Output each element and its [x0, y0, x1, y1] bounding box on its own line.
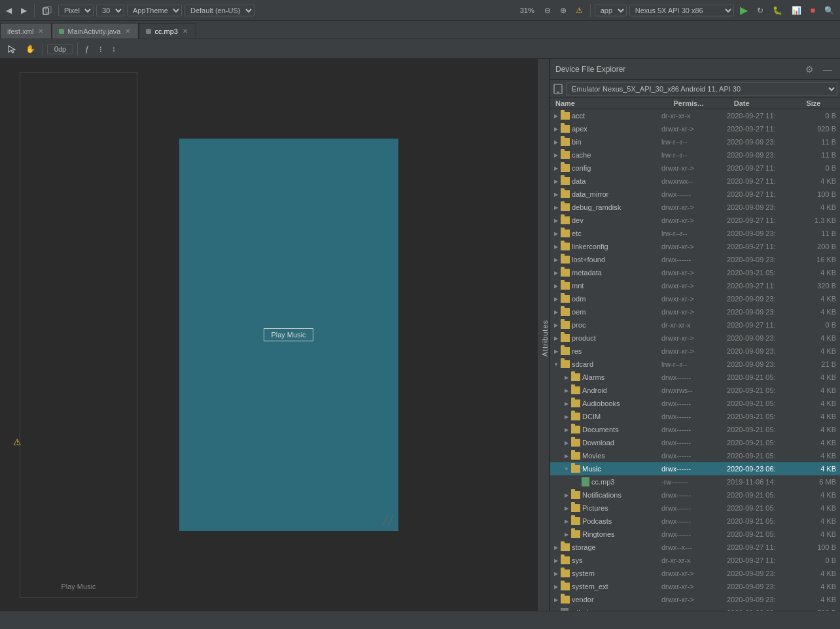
dp-input[interactable]: [47, 44, 73, 54]
layout-toggle-button[interactable]: ↕: [109, 43, 119, 55]
tree-row[interactable]: ▶ acct dr-xr-xr-x 2020-09-27 11: 0 B: [550, 109, 840, 122]
locale-select[interactable]: Default (en-US): [184, 5, 254, 16]
tree-row[interactable]: ▶ Movies drwx------ 2020-09-21 05: 4 KB: [550, 449, 840, 462]
item-date: 2020-09-09 23:: [724, 203, 803, 211]
item-size: 4 KB: [803, 583, 839, 590]
device-select[interactable]: Nexus 5X API 30 x86: [629, 5, 734, 16]
dfe-device-bar: Emulator Nexus_5X_API_30_x86 Android 11,…: [550, 80, 840, 98]
tree-row[interactable]: ▶ debug_ramdisk drwxr-xr-> 2020-09-09 23…: [550, 201, 840, 214]
api-level-select[interactable]: 30: [96, 5, 124, 16]
tab-ccmp3-close[interactable]: ✕: [181, 27, 189, 35]
tree-row[interactable]: ▶ Alarms drwx------ 2020-09-21 05: 4 KB: [550, 371, 840, 384]
resize-handle[interactable]: ╱╱: [383, 515, 396, 528]
tab-manifest[interactable]: ifest.xml ✕: [0, 23, 52, 39]
search-button[interactable]: 🔍: [821, 5, 837, 16]
tree-row[interactable]: ▶ Notifications drwx------ 2020-09-21 05…: [550, 488, 840, 502]
tree-row[interactable]: ▶ metadata drwxr-xr-> 2020-09-21 05: 4 K…: [550, 266, 840, 279]
tree-row[interactable]: ▶ data_mirror drwx------ 2020-09-27 11: …: [550, 188, 840, 201]
tree-arrow: ▶: [562, 503, 571, 513]
tab-manifest-close[interactable]: ✕: [37, 27, 44, 35]
tree-row[interactable]: ▼ Music drwx------ 2020-09-23 06: 4 KB: [550, 462, 840, 475]
pan-mode-button[interactable]: ✋: [22, 43, 39, 55]
item-name: data_mirror: [572, 190, 659, 198]
tree-row[interactable]: ▶ cache lrw-r--r-- 2020-09-09 23: 11 B: [550, 148, 840, 162]
tree-row[interactable]: ▶ data drwxrwx-- 2020-09-27 11: 4 KB: [550, 175, 840, 188]
item-name: etc: [572, 230, 659, 237]
debug-button[interactable]: 🐛: [769, 5, 786, 16]
tree-row[interactable]: ▶ lost+found drwx------ 2020-09-09 23: 1…: [550, 253, 840, 266]
zoom-in-button[interactable]: ⊕: [557, 5, 570, 16]
tree-row[interactable]: ▶ etc lrw-r--r-- 2020-09-09 23: 11 B: [550, 227, 840, 240]
tree-row[interactable]: ▶ apex drwxr-xr-> 2020-09-27 11: 920 B: [550, 122, 840, 135]
refresh-button[interactable]: ↻: [754, 5, 767, 16]
tree-row[interactable]: ▶ Ringtones drwx------ 2020-09-21 05: 4 …: [550, 528, 840, 541]
item-name: lost+found: [572, 256, 659, 264]
app-select[interactable]: app: [595, 5, 627, 16]
tree-row[interactable]: ▶ sys dr-xr-xr-x 2020-09-27 11: 0 B: [550, 554, 840, 567]
theme-select[interactable]: AppTheme: [127, 5, 182, 16]
item-size: 4 KB: [803, 465, 839, 473]
warning-button[interactable]: ⚠: [572, 5, 586, 16]
tree-row[interactable]: cc.mp3 -rw------- 2019-11-06 14: 6 MB: [550, 475, 840, 488]
orientation-button[interactable]: [39, 4, 56, 17]
item-date: 2020-09-27 11:: [724, 112, 803, 120]
tree-arrow: ▶: [551, 111, 561, 120]
attributes-sidebar[interactable]: Attributes: [538, 59, 550, 611]
forward-button[interactable]: ▶: [18, 5, 30, 16]
tree-row[interactable]: ▶ product drwxr-xr-> 2020-09-09 23: 4 KB: [550, 332, 840, 345]
zoom-out-button[interactable]: ⊖: [541, 5, 554, 16]
tree-row[interactable]: ▶ DCIM drwx------ 2020-09-21 05: 4 KB: [550, 410, 840, 423]
stop-button[interactable]: ■: [807, 5, 818, 16]
tree-row[interactable]: ▶ Android drwxrws-- 2020-09-21 05: 4 KB: [550, 384, 840, 397]
tree-row[interactable]: ▶ Pictures drwx------ 2020-09-21 05: 4 K…: [550, 502, 840, 515]
function-button[interactable]: ƒ: [82, 43, 93, 55]
item-perms: drwxr-xr->: [659, 125, 724, 133]
item-size: 0 B: [803, 321, 839, 329]
tree-row[interactable]: ▶ config drwxr-xr-> 2020-09-27 11: 0 B: [550, 162, 840, 175]
run-button[interactable]: ▶: [737, 3, 751, 18]
tree-row[interactable]: ▶ Podcasts drwx------ 2020-09-21 05: 4 K…: [550, 515, 840, 528]
tree-row[interactable]: ▶ Download drwx------ 2020-09-21 05: 4 K…: [550, 436, 840, 449]
tree-row[interactable]: ▶ bin lrw-r--r-- 2020-09-09 23: 11 B: [550, 135, 840, 148]
dfe-settings-button[interactable]: ⚙: [803, 63, 816, 76]
item-size: 200 B: [803, 243, 839, 250]
tree-row[interactable]: ▼ sdcard lrw-r--r-- 2020-09-09 23: 21 B: [550, 358, 840, 371]
play-music-button[interactable]: Play Music: [264, 328, 313, 341]
tree-row[interactable]: ▶ dev drwxr-xr-> 2020-09-27 11: 1.3 KB: [550, 214, 840, 227]
tree-row[interactable]: adb_keys -rw-r--r-- 2020-09-09 23: 723 B: [550, 606, 840, 611]
tab-mainactivity-close[interactable]: ✕: [124, 27, 131, 35]
pixel-select[interactable]: Pixel: [58, 5, 94, 16]
tree-row[interactable]: ▶ vendor drwxr-xr-> 2020-09-09 23: 4 KB: [550, 593, 840, 606]
item-date: 2020-09-09 23:: [724, 308, 803, 316]
dfe-close-button[interactable]: —: [820, 63, 835, 76]
item-date: 2020-09-27 11:: [724, 125, 803, 133]
tree-arrow: ▶: [562, 412, 571, 421]
tree-row[interactable]: ▶ Documents drwx------ 2020-09-21 05: 4 …: [550, 423, 840, 436]
tree-row[interactable]: ▶ odm drwxr-xr-> 2020-09-09 23: 4 KB: [550, 292, 840, 305]
tree-row[interactable]: ▶ proc dr-xr-xr-x 2020-09-27 11: 0 B: [550, 318, 840, 332]
item-size: 0 B: [803, 164, 839, 172]
dfe-tree[interactable]: ▶ acct dr-xr-xr-x 2020-09-27 11: 0 B ▶ a…: [550, 109, 840, 611]
tab-mainactivity[interactable]: MainActivity.java ✕: [52, 23, 139, 39]
tree-row[interactable]: ▶ system_ext drwxr-xr-> 2020-09-09 23: 4…: [550, 580, 840, 593]
back-button[interactable]: ◀: [3, 5, 15, 16]
tree-row[interactable]: ▶ mnt drwxr-xr-> 2020-09-27 11: 320 B: [550, 279, 840, 292]
tree-row[interactable]: ▶ linkerconfig drwxr-xr-> 2020-09-27 11:…: [550, 240, 840, 253]
folder-icon: [571, 530, 580, 538]
folder-icon: [561, 334, 570, 342]
select-mode-button[interactable]: [4, 43, 20, 55]
item-name: Movies: [582, 452, 659, 460]
folder-icon: [571, 491, 580, 499]
item-size: 1.3 KB: [803, 216, 839, 224]
tree-arrow: ▶: [562, 438, 571, 447]
tree-row[interactable]: ▶ system drwxr-xr-> 2020-09-09 23: 4 KB: [550, 567, 840, 580]
profile-button[interactable]: 📊: [788, 5, 805, 16]
tree-row[interactable]: ▶ storage drwx--x--- 2020-09-27 11: 100 …: [550, 541, 840, 554]
tree-row[interactable]: ▶ Audiobooks drwx------ 2020-09-21 05: 4…: [550, 397, 840, 410]
tree-row[interactable]: ▶ res drwxr-xr-> 2020-09-09 23: 4 KB: [550, 345, 840, 358]
view-options-button[interactable]: ⫶: [96, 43, 106, 55]
tree-row[interactable]: ▶ oem drwxr-xr-> 2020-09-09 23: 4 KB: [550, 305, 840, 318]
tab-ccmp3[interactable]: cc.mp3 ✕: [139, 23, 196, 39]
item-perms: drwx------: [659, 504, 724, 512]
emulator-select[interactable]: Emulator Nexus_5X_API_30_x86 Android 11,…: [566, 82, 837, 95]
